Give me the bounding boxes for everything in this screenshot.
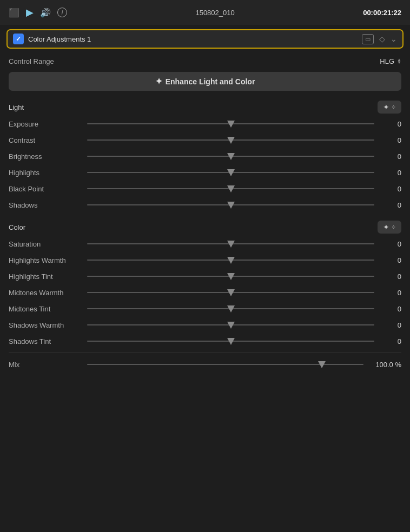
highlights-track: [87, 172, 374, 173]
mix-slider[interactable]: [87, 359, 363, 370]
shadows-warmth-value: 0: [374, 321, 401, 329]
slider-row: Shadows Warmth 0: [0, 317, 410, 333]
shadows-value: 0: [374, 201, 401, 209]
toolbar-left: ⬛ ▶ 🔊 i: [9, 6, 67, 18]
shadows-tint-slider[interactable]: [87, 336, 374, 347]
exposure-value: 0: [374, 120, 401, 128]
light-section-title: Light: [9, 103, 24, 111]
highlights-tint-slider[interactable]: [87, 271, 374, 282]
color-section-header: Color ✦ ⁘: [0, 216, 410, 236]
brightness-track: [87, 156, 374, 157]
midtones-warmth-slider[interactable]: [87, 287, 374, 298]
shadows-tint-thumb: [227, 338, 235, 345]
saturation-label: Saturation: [9, 240, 87, 248]
magic-wand-icon: ✦: [383, 103, 389, 111]
control-range-row: Control Range HLG ▲ ▼: [0, 53, 410, 70]
exposure-thumb: [227, 121, 235, 128]
slider-row: Brightness 0: [0, 148, 410, 164]
magic-wand-lines: ⁘: [391, 104, 396, 111]
toolbar: ⬛ ▶ 🔊 i 150802_010 00:00:21:22: [0, 0, 410, 25]
info-icon[interactable]: i: [57, 8, 67, 17]
saturation-thumb: [227, 241, 235, 248]
panel-checkbox[interactable]: [13, 34, 24, 44]
slider-row: Contrast 0: [0, 132, 410, 148]
timecode: 00:00:21:22: [363, 9, 401, 17]
slider-row: Highlights 0: [0, 164, 410, 181]
midtones-tint-label: Midtones Tint: [9, 305, 87, 313]
enhance-label: Enhance Light and Color: [166, 77, 255, 86]
diamond-icon[interactable]: ◇: [379, 35, 385, 43]
color-magic-icon: ✦: [383, 223, 389, 231]
film-icon[interactable]: ⬛: [9, 8, 19, 18]
shadows-tint-track: [87, 341, 374, 342]
slider-row: Saturation 0: [0, 236, 410, 252]
mix-value: 100.0 %: [363, 361, 401, 369]
blackpoint-slider[interactable]: [87, 183, 374, 194]
midtones-warmth-track: [87, 292, 374, 293]
highlights-tint-track: [87, 276, 374, 277]
midtones-tint-slider[interactable]: [87, 303, 374, 314]
brightness-label: Brightness: [9, 152, 87, 161]
hlg-arrows: ▲ ▼: [397, 59, 401, 64]
enhance-button[interactable]: ✦ Enhance Light and Color: [9, 72, 401, 91]
contrast-track: [87, 139, 374, 141]
shadows-slider[interactable]: [87, 200, 374, 210]
panel-label: Color Adjustments 1: [28, 35, 362, 43]
midtones-warmth-value: 0: [374, 289, 401, 297]
midtones-warmth-label: Midtones Warmth: [9, 289, 87, 297]
highlights-slider[interactable]: [87, 167, 374, 178]
clip-title: 150802_010: [195, 9, 234, 17]
audio-icon[interactable]: 🔊: [40, 8, 51, 18]
slider-row: Highlights Warmth 0: [0, 252, 410, 268]
highlights-warmth-thumb: [227, 257, 235, 264]
mix-divider: [9, 353, 401, 353]
color-section-title: Color: [9, 223, 25, 231]
saturation-track: [87, 243, 374, 244]
enhance-icon: ✦: [155, 76, 162, 87]
slider-row: Exposure 0: [0, 116, 410, 132]
brightness-value: 0: [374, 152, 401, 161]
mix-track: [87, 364, 363, 365]
brightness-slider[interactable]: [87, 151, 374, 162]
shape-icon[interactable]: ▭: [362, 34, 374, 44]
saturation-slider[interactable]: [87, 238, 374, 249]
slider-row: Midtones Tint 0: [0, 301, 410, 317]
exposure-track: [87, 123, 374, 124]
shadows-warmth-track: [87, 324, 374, 325]
brightness-thumb: [227, 153, 235, 160]
shadows-warmth-slider[interactable]: [87, 320, 374, 330]
blackpoint-thumb: [227, 185, 235, 192]
chevron-down-icon[interactable]: ⌄: [391, 35, 397, 43]
saturation-value: 0: [374, 240, 401, 248]
shadows-warmth-label: Shadows Warmth: [9, 321, 87, 329]
slider-row: Highlights Tint 0: [0, 268, 410, 284]
panel-icons: ▭ ◇ ⌄: [362, 34, 402, 44]
highlights-warmth-slider[interactable]: [87, 255, 374, 265]
shadows-tint-label: Shadows Tint: [9, 337, 87, 345]
shadows-tint-value: 0: [374, 337, 401, 345]
highlights-warmth-label: Highlights Warmth: [9, 256, 87, 264]
blackpoint-value: 0: [374, 185, 401, 193]
panel-selector[interactable]: Color Adjustments 1 ▭ ◇ ⌄: [6, 29, 404, 49]
exposure-slider[interactable]: [87, 118, 374, 129]
light-sliders: Exposure 0 Contrast 0 Brightness 0 Highl…: [0, 116, 410, 213]
shadows-label: Shadows: [9, 201, 87, 209]
exposure-label: Exposure: [9, 120, 87, 128]
hlg-selector[interactable]: HLG ▲ ▼: [380, 57, 401, 65]
highlights-thumb: [227, 169, 235, 176]
contrast-value: 0: [374, 136, 401, 144]
color-magic-button[interactable]: ✦ ⁘: [378, 221, 401, 234]
highlights-tint-thumb: [227, 273, 235, 280]
mix-label: Mix: [9, 361, 87, 369]
midtones-tint-thumb: [227, 305, 235, 312]
midtones-tint-track: [87, 308, 374, 309]
shadows-thumb: [227, 202, 235, 209]
color-icon[interactable]: ▶: [26, 6, 34, 18]
midtones-tint-value: 0: [374, 305, 401, 313]
light-section-header: Light ✦ ⁘: [0, 96, 410, 116]
light-magic-button[interactable]: ✦ ⁘: [378, 101, 401, 114]
contrast-slider[interactable]: [87, 135, 374, 145]
highlights-tint-value: 0: [374, 272, 401, 281]
slider-row: Midtones Warmth 0: [0, 284, 410, 301]
slider-row: Shadows Tint 0: [0, 333, 410, 349]
